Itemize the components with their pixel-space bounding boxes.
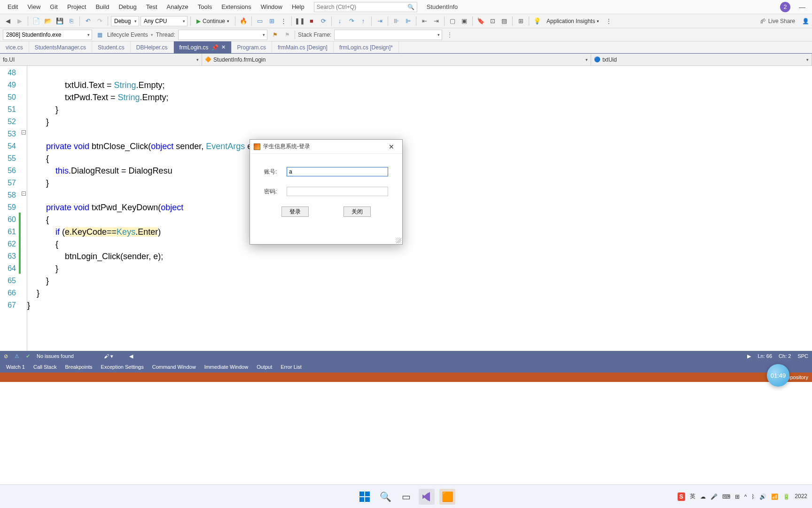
restart-button[interactable]: ⟳ [318, 16, 328, 26]
tab-program[interactable]: Program.cs [232, 41, 272, 53]
back-button[interactable]: ◀ [3, 16, 13, 26]
login-button[interactable]: 登录 [281, 206, 309, 217]
taskbar-vs[interactable] [419, 489, 435, 505]
panel-output[interactable]: Output [252, 363, 276, 371]
namespace-combo[interactable]: fo.UI [0, 54, 202, 65]
cancel-button[interactable]: 关闭 [344, 206, 371, 217]
tray-volume-icon[interactable]: 🔊 [759, 493, 766, 500]
tb-icon-8[interactable]: ▨ [499, 16, 509, 26]
live-share-button[interactable]: ⮳ Live Share 👤 [760, 18, 809, 24]
menu-tools[interactable]: Tools [193, 1, 217, 12]
menu-view[interactable]: View [23, 1, 45, 12]
step-over-button[interactable]: ↷ [346, 16, 357, 26]
tb-icon-1[interactable]: ▭ [255, 16, 265, 26]
tab-dbhelper[interactable]: DBHelper.cs [131, 41, 174, 53]
panel-command[interactable]: Command Window [148, 363, 200, 371]
menu-test[interactable]: Test [141, 1, 162, 12]
comment-button[interactable]: ▢ [447, 16, 458, 26]
class-combo[interactable]: 🔶StudentInfo.frmLogin [202, 54, 591, 65]
panel-immediate[interactable]: Immediate Window [200, 363, 253, 371]
thread-combo[interactable] [178, 30, 267, 40]
panel-callstack[interactable]: Call Stack [29, 363, 61, 371]
member-combo[interactable]: 🔵txtUid [591, 54, 812, 65]
global-search[interactable]: 🔍 [314, 2, 417, 12]
continue-button[interactable]: ▶Continue▾ [194, 16, 232, 26]
code-text[interactable]: txtUid.Text = String.Empty; txtPwd.Text … [27, 66, 812, 351]
menu-help[interactable]: Help [287, 1, 309, 12]
fold-toggle[interactable]: − [22, 130, 26, 135]
scroll-left[interactable]: ◀ [129, 353, 133, 359]
dialog-titlebar[interactable]: 学生信息系统-登录 ✕ [250, 140, 402, 154]
tray-mic-icon[interactable]: 🎤 [710, 493, 718, 500]
thread-btn-2[interactable]: ⚑ [282, 30, 292, 40]
panel-watch[interactable]: Watch 1 [2, 363, 29, 371]
pause-button[interactable]: ❚❚ [295, 16, 305, 26]
floating-clock-widget[interactable]: 01:49 [767, 364, 789, 387]
redo-button[interactable]: ↷ [94, 16, 105, 26]
menu-edit[interactable]: Edit [3, 1, 23, 12]
resize-grip[interactable] [396, 238, 401, 243]
panel-breakpoints[interactable]: Breakpoints [61, 363, 96, 371]
code-editor[interactable]: 48495051 52535455 56575859 60616263 6465… [0, 66, 812, 351]
scroll-right[interactable]: ▶ [747, 353, 751, 359]
tb-icon-3[interactable]: ⋮ [278, 16, 289, 26]
process-combo[interactable]: 2808] StudentInfo.exe [3, 30, 92, 40]
tray-sogou-icon[interactable]: S [678, 492, 685, 501]
step-into-button[interactable]: ↓ [335, 16, 345, 26]
panel-errorlist[interactable]: Error List [276, 363, 306, 371]
save-all-button[interactable]: ⎘ [66, 16, 77, 26]
tray-cloud-icon[interactable]: ☁ [700, 493, 706, 500]
panel-exceptions[interactable]: Exception Settings [97, 363, 148, 371]
app-insights-button[interactable]: Application Insights▾ [544, 16, 602, 26]
menu-analyze[interactable]: Analyze [162, 1, 193, 12]
config-combo[interactable]: Debug [111, 16, 139, 26]
password-input[interactable] [287, 187, 388, 196]
taskbar-app[interactable]: 🟧 [439, 489, 455, 505]
tab-frmlogin-design[interactable]: frmLogin.cs [Design]* [334, 41, 399, 53]
tb-icon-2[interactable]: ⊞ [266, 16, 277, 26]
error-icon[interactable]: ⊘ [4, 353, 8, 359]
open-button[interactable]: 📂 [43, 16, 53, 26]
user-badge[interactable]: 2 [780, 2, 790, 12]
lifecycle-icon[interactable]: ▦ [95, 30, 104, 40]
menu-window[interactable]: Window [256, 1, 287, 12]
undo-button[interactable]: ↶ [83, 16, 93, 26]
start-button[interactable] [357, 489, 373, 505]
tb-overflow[interactable]: ⋮ [603, 16, 614, 26]
fold-toggle[interactable]: − [22, 191, 26, 196]
menu-build[interactable]: Build [91, 1, 114, 12]
tray-grid-icon[interactable]: ⊞ [735, 493, 740, 500]
tab-student[interactable]: Student.cs [92, 41, 131, 53]
taskbar-search[interactable]: 🔍 [377, 489, 393, 505]
brush-icon[interactable]: 🖌 ▾ [104, 353, 113, 359]
step-out-button[interactable]: ↑ [358, 16, 368, 26]
menu-extensions[interactable]: Extensions [217, 1, 256, 12]
fold-column[interactable]: − − [21, 66, 27, 351]
uncomment-button[interactable]: ▣ [459, 16, 469, 26]
thread-btn-1[interactable]: ⚑ [270, 30, 280, 40]
tab-frmmain-design[interactable]: frmMain.cs [Design] [272, 41, 334, 53]
bookmark-button[interactable]: 🔖 [476, 16, 486, 26]
tray-bluetooth-icon[interactable]: ᛒ [751, 493, 755, 500]
menu-project[interactable]: Project [62, 1, 91, 12]
tb-icon-5[interactable]: ⊪ [391, 16, 401, 26]
tab-frmlogin[interactable]: frmLogin.cs📌✕ [174, 41, 232, 53]
tray-chevron[interactable]: ^ [744, 493, 747, 500]
close-icon[interactable]: ✕ [221, 44, 226, 50]
outdent-button[interactable]: ⇤ [419, 16, 429, 26]
tray-battery-icon[interactable]: 🔋 [783, 493, 790, 500]
tray-keyboard-icon[interactable]: ⌨ [722, 493, 730, 500]
hot-reload-button[interactable]: 🔥 [238, 16, 249, 26]
warn-icon[interactable]: ⚠ [15, 353, 19, 359]
taskbar-taskview[interactable]: ▭ [398, 489, 414, 505]
toolbar2-overflow[interactable]: ⋮ [445, 30, 454, 40]
platform-combo[interactable]: Any CPU [141, 16, 187, 26]
menu-debug[interactable]: Debug [114, 1, 141, 12]
tb-icon-7[interactable]: ⊡ [487, 16, 498, 26]
minimize-button[interactable]: — [795, 3, 809, 11]
new-item-button[interactable]: 📄 [31, 16, 41, 26]
tray-year[interactable]: 2022 [795, 493, 807, 500]
menu-git[interactable]: Git [45, 1, 62, 12]
forward-button[interactable]: ▶ [15, 16, 25, 26]
pin-icon[interactable]: 📌 [211, 44, 219, 51]
